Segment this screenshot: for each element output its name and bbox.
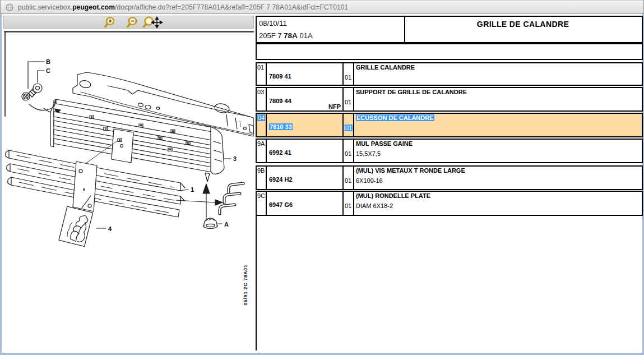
part-description: GRILLE CALANDRE [356, 64, 415, 71]
part-row-9B[interactable]: 9B 6924 H2 01 (MUL) VIS METAUX T RONDE L… [256, 165, 643, 190]
part-description: MUL PASSE GAINE [356, 140, 413, 147]
part-qty: 01 [345, 99, 351, 105]
url-text: public.servicebox.peugeot.com/docpr/affi… [18, 3, 348, 11]
part-reference: 6924 H2 [269, 176, 293, 183]
direction-arrows [176, 184, 223, 220]
row-number-cell: 9A [257, 140, 267, 162]
part-ref-cell: 6924 H2 [267, 167, 344, 189]
part-row-9C[interactable]: 9C 6947 G6 01 (MUL) RONDELLE PLATEDIAM 6… [256, 191, 643, 216]
url-path: /docpr/affiche.do?ref=205F778A01A&refaff… [115, 3, 348, 11]
part-description: (MUL) RONDELLE PLATE [356, 192, 430, 199]
part-row-04-selected[interactable]: 04 7810 33 01 ECUSSON DE CALANDRE [256, 113, 643, 137]
diagram-toolbar [3, 16, 254, 29]
part-row-03[interactable]: 03 7809 44NFP 01 SUPPORT DE GRILLE DE CA… [256, 87, 643, 112]
part-qty: 01 [345, 150, 351, 157]
desc-cell: GRILLE CALANDRE [354, 63, 642, 85]
clip-rods [220, 183, 243, 214]
document-reference: 205F 7 78A 01A [259, 31, 313, 40]
part-qty: 01 [345, 125, 353, 131]
grommet-part [203, 218, 222, 229]
row-number-cell: 04 [257, 114, 267, 136]
url-prefix: public.servicebox. [18, 3, 72, 11]
row-number: 01 [257, 64, 264, 71]
part-ref-cell: 6992 41 [267, 140, 344, 162]
desc-cell: (MUL) RONDELLE PLATEDIAM 6X18-2 [354, 192, 642, 215]
part-dimension: 6X100-16 [356, 177, 383, 184]
part-ref-cell: 7810 33 [267, 114, 344, 136]
empty-row [256, 43, 643, 60]
url-domain: peugeot.com [72, 3, 115, 11]
desc-cell: ECUSSON DE CALANDRE [354, 114, 642, 136]
part-reference: 7809 41 [269, 73, 291, 80]
desc-cell: MUL PASSE GAINE15,5X7,5 [354, 140, 642, 162]
part-reference: 7809 44 [269, 98, 291, 104]
qty-cell: 01 [344, 88, 354, 110]
diagram-label-4: 4 [108, 225, 112, 232]
part-qty: 01 [345, 177, 351, 184]
part-description: SUPPORT DE GRILLE DE CALANDRE [356, 89, 467, 95]
zoom-in-icon[interactable] [103, 16, 116, 29]
qty-cell: 01 [344, 140, 354, 162]
table-left-border-extension [256, 216, 257, 351]
part-reference: 7810 33 [269, 123, 293, 130]
part-reference: 6992 41 [269, 149, 291, 156]
reference-prefix: 205F 7 [259, 31, 284, 40]
qty-cell: 01 [344, 167, 354, 189]
reference-suffix: 01A [298, 31, 313, 40]
desc-cell: (MUL) VIS METAUX T RONDE LARGE6X100-16 [354, 167, 642, 189]
row-number: 9B [257, 167, 265, 174]
part-description: ECUSSON DE CALANDRE [356, 114, 434, 121]
part-row-01[interactable]: 01 7809 41 01 GRILLE CALANDRE [256, 62, 643, 86]
badge-emblem [59, 206, 93, 247]
servicebox-parts-page: { "window": { "url": { "prefix": "public… [0, 0, 644, 355]
desc-cell: SUPPORT DE GRILLE DE CALANDRE [354, 88, 642, 110]
row-number: 03 [257, 89, 264, 95]
row-number: 04 [257, 114, 265, 121]
table-header: 08/10/11 205F 7 78A 01A GRILLE DE CALAND… [256, 16, 643, 43]
row-number-cell: 9C [257, 192, 267, 215]
window-edge-left [0, 0, 2, 355]
part-ref-cell: 7809 41 [267, 63, 344, 85]
part-row-9A[interactable]: 9A 6992 41 01 MUL PASSE GAINE15,5X7,5 [256, 139, 643, 163]
washer-part [29, 84, 61, 113]
part-qty: 01 [345, 202, 351, 209]
diagram-label-a: A [224, 221, 229, 228]
reference-plate: 78A [284, 31, 298, 40]
diagram-label-1: 1 [191, 186, 194, 193]
diagram-stamp: 05/91 2C 78A01 [243, 264, 248, 305]
row-number-cell: 9B [257, 167, 267, 189]
row-number-cell: 03 [257, 88, 267, 110]
diagram-label-b: B [46, 58, 50, 65]
nfp-flag: NFP [328, 103, 341, 110]
parts-diagram: B C 3 1 4 A 05/91 2C 78A01 [4, 31, 254, 355]
part-ref-cell: 7809 44NFP [267, 88, 344, 110]
part-dimension: 15,5X7,5 [356, 150, 381, 157]
row-number: 9A [257, 140, 265, 147]
part-description: (MUL) VIS METAUX T RONDE LARGE [356, 167, 465, 174]
row-number: 9C [257, 192, 265, 199]
address-bar[interactable]: public.servicebox.peugeot.com/docpr/affi… [0, 0, 644, 14]
part-dimension: DIAM 6X18-2 [356, 202, 393, 209]
page-title: GRILLE DE CALANDRE [404, 20, 642, 29]
zoom-pan-icon[interactable] [142, 16, 163, 29]
row-number-cell: 01 [257, 63, 267, 85]
diagram-label-c: C [46, 67, 50, 74]
globe-icon [6, 3, 13, 11]
header-ref-cell: 08/10/11 205F 7 78A 01A [257, 17, 405, 42]
part-ref-cell: 6947 G6 [267, 192, 344, 215]
part-qty: 01 [345, 74, 351, 81]
zoom-out-icon[interactable] [125, 16, 138, 29]
slam-panel [73, 72, 253, 136]
part-reference: 6947 G6 [269, 201, 293, 208]
qty-cell: 01 [344, 63, 354, 85]
qty-cell: 01 [344, 192, 354, 215]
document-date: 08/10/11 [259, 19, 287, 27]
diagram-label-3: 3 [233, 155, 237, 162]
qty-cell: 01 [344, 114, 354, 136]
